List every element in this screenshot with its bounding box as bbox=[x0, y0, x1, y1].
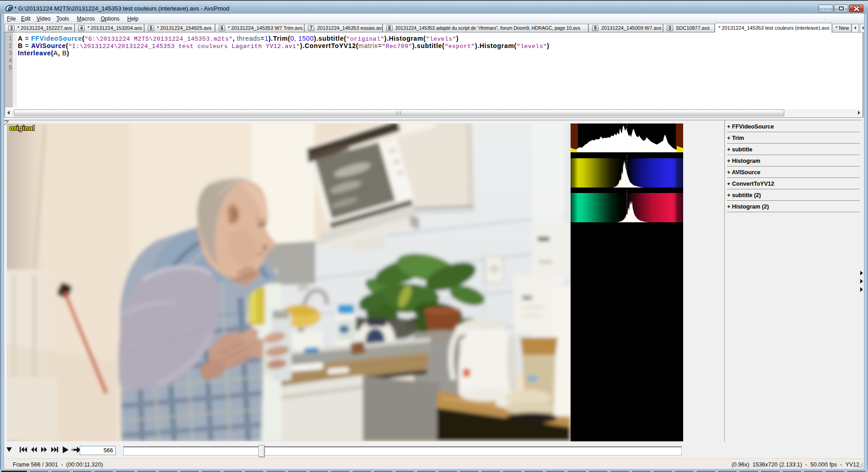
svg-text:original: original bbox=[10, 124, 35, 132]
